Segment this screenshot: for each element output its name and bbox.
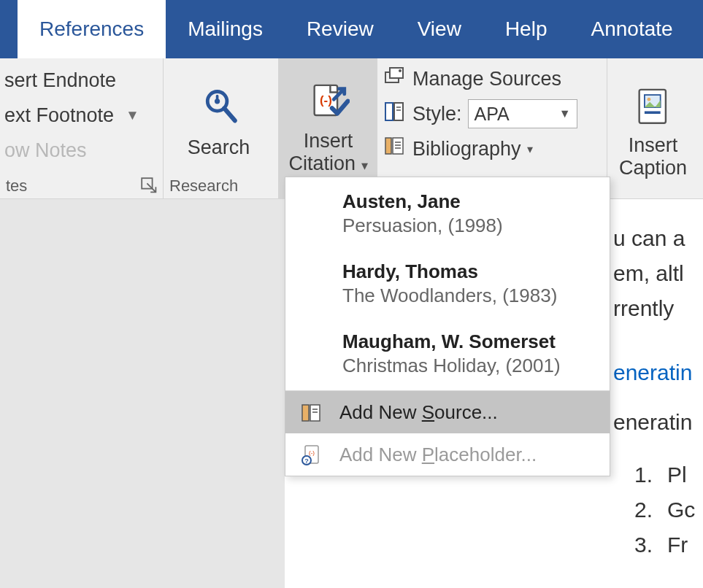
label-accel: S (422, 401, 434, 423)
bibliography-label: Bibliography (412, 138, 521, 160)
citation-source-item[interactable]: Maugham, W. Somerset Christmas Holiday, … (285, 317, 610, 387)
group-label-footnotes: tes (0, 177, 163, 198)
manage-sources-label: Manage Sources (412, 68, 561, 90)
add-new-source-button[interactable]: Add New Source... (285, 391, 610, 433)
label-part: Add New (339, 444, 422, 465)
search-icon (198, 85, 240, 131)
source-title: Christmas Holiday, (2001) (342, 355, 592, 377)
svg-point-9 (399, 69, 402, 72)
numbered-list: 1. Pl 2. Gc 3. Fr (613, 457, 703, 562)
tab-view[interactable]: View (396, 0, 483, 58)
insert-caption-icon (632, 86, 675, 131)
insert-endnote-label: sert Endnote (4, 69, 116, 92)
chevron-down-icon: ▼ (559, 107, 571, 120)
body-text: rrently (613, 291, 703, 326)
svg-point-21 (647, 98, 650, 101)
source-author: Hardy, Thomas (342, 260, 592, 283)
citation-style-row: Style: APA ▼ (380, 98, 604, 130)
style-label: Style: (412, 103, 462, 125)
svg-rect-23 (302, 405, 309, 421)
group-footnotes: sert Endnote ext Footnote ▼ ow Notes tes (0, 58, 164, 198)
add-new-placeholder-button[interactable]: (-) ? Add New Placeholder... (285, 433, 610, 476)
source-author: Maugham, W. Somerset (342, 330, 592, 353)
insert-citation-menu: Austen, Jane Persuasion, (1998) Hardy, T… (285, 177, 610, 476)
manage-sources-icon (383, 65, 407, 93)
source-title: Persuasion, (1998) (342, 214, 592, 237)
insert-caption-button[interactable]: Insert Caption (607, 63, 699, 198)
group-captions: Insert Caption (607, 58, 703, 198)
manage-sources-button[interactable]: Manage Sources (380, 63, 604, 95)
citation-source-item[interactable]: Austen, Jane Persuasion, (1998) (285, 177, 610, 247)
add-placeholder-icon: (-) ? (299, 443, 323, 466)
group-research: Search Research (164, 58, 279, 198)
smart-lookup-button[interactable]: Search (164, 63, 274, 177)
group-label-research: Research (164, 177, 278, 198)
hyperlink-text[interactable]: eneratin (613, 355, 703, 390)
list-text: Gc (667, 498, 695, 522)
svg-text:(-): (-) (319, 93, 331, 107)
svg-rect-24 (310, 405, 320, 421)
insert-citation-icon: (-) (307, 82, 350, 127)
svg-text:?: ? (304, 457, 309, 465)
style-icon (383, 100, 407, 128)
citation-source-item[interactable]: Hardy, Thomas The Woodlanders, (1983) (285, 247, 610, 317)
list-item: 3. Fr (613, 527, 703, 562)
svg-rect-11 (394, 103, 403, 120)
next-footnote-label: ext Footnote (4, 104, 114, 127)
list-text: Fr (667, 533, 688, 557)
list-item: 2. Gc (613, 492, 703, 527)
insert-citation-l1: Insert (304, 130, 353, 152)
svg-line-2 (224, 108, 235, 120)
label-accel: P (422, 444, 434, 465)
tab-mailings[interactable]: Mailings (166, 0, 285, 58)
tab-help[interactable]: Help (483, 0, 569, 58)
insert-caption-l2: Caption (619, 157, 687, 179)
list-text: Pl (667, 463, 687, 487)
tab-annotate[interactable]: Annotate (569, 0, 694, 58)
bibliography-button[interactable]: Bibliography ▾ (380, 133, 604, 165)
svg-rect-10 (385, 103, 393, 120)
list-item: 1. Pl (613, 457, 703, 492)
tab-review[interactable]: Review (285, 0, 396, 58)
body-text: em, altl (613, 256, 703, 291)
insert-endnote-button[interactable]: sert Endnote (0, 63, 158, 98)
svg-rect-15 (393, 138, 403, 154)
footnotes-group-text: tes (6, 177, 27, 196)
show-notes-label: ow Notes (4, 139, 87, 162)
source-title: The Woodlanders, (1983) (342, 285, 592, 307)
bibliography-icon (383, 135, 407, 163)
svg-rect-8 (390, 68, 403, 78)
body-text: u can a (613, 221, 703, 256)
list-number: 1. (613, 463, 653, 487)
source-author: Austen, Jane (342, 190, 592, 213)
insert-caption-l1: Insert (629, 134, 678, 156)
add-source-icon (299, 401, 323, 424)
svg-text:(-): (-) (309, 449, 315, 456)
tab-references[interactable]: References (18, 0, 166, 58)
add-new-source-label: Add New Source... (339, 401, 498, 424)
ribbon-tabs: References Mailings Review View Help Ann… (0, 0, 703, 58)
dialog-launcher-icon[interactable] (142, 179, 157, 193)
insert-citation-label: Insert Citation ▾ (288, 130, 367, 175)
show-notes-button: ow Notes (0, 133, 158, 168)
svg-rect-14 (385, 138, 391, 154)
citation-style-value: APA (475, 104, 510, 125)
document-gutter (0, 199, 285, 588)
chevron-down-icon: ▾ (361, 158, 368, 173)
citation-style-dropdown[interactable]: APA ▼ (468, 99, 577, 128)
research-group-text: Research (169, 177, 238, 196)
label-part: laceholder... (434, 444, 537, 465)
list-number: 2. (613, 498, 653, 522)
label-part: ource... (434, 401, 498, 423)
chevron-down-icon[interactable]: ▼ (126, 107, 139, 123)
search-label: Search (188, 136, 250, 159)
insert-citation-l2: Citation (288, 152, 356, 174)
add-new-placeholder-label: Add New Placeholder... (339, 444, 537, 466)
chevron-down-icon: ▾ (527, 142, 533, 156)
body-text: eneratin (613, 405, 703, 440)
list-number: 3. (613, 533, 653, 557)
insert-caption-label: Insert Caption (619, 134, 687, 179)
label-part: Add New (339, 401, 422, 423)
next-footnote-button[interactable]: ext Footnote ▼ (0, 98, 158, 133)
